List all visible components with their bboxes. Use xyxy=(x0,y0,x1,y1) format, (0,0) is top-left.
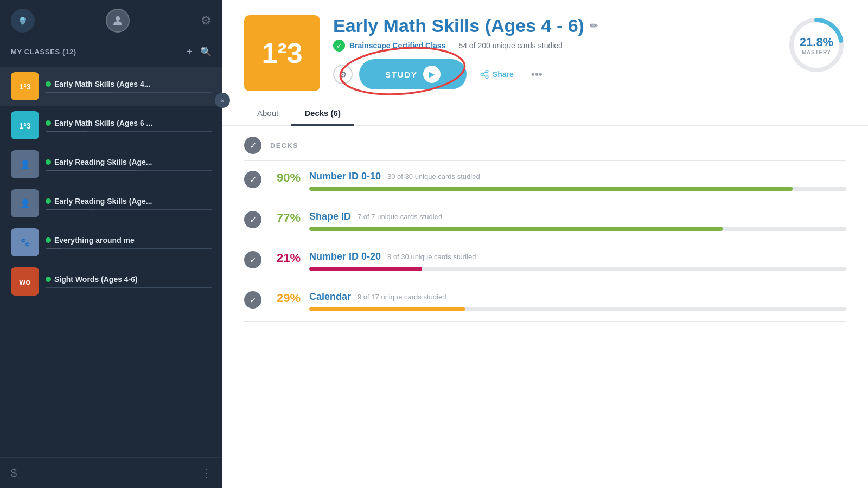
select-all-check[interactable]: ✓ xyxy=(244,137,261,154)
share-label: Share xyxy=(493,70,514,79)
deck-percent: 90% xyxy=(270,171,301,185)
online-dot xyxy=(46,237,51,243)
edit-title-icon[interactable]: ✏ xyxy=(590,20,598,32)
item-info: Sight Words (Ages 4-6) xyxy=(46,275,212,288)
mastery-percent: 21.8% xyxy=(800,35,833,49)
deck-percent: 21% xyxy=(270,251,301,265)
deck-check: ✓ xyxy=(244,171,261,188)
item-thumb: wo xyxy=(11,267,39,296)
deck-row-deck-2[interactable]: ✓ 77% Shape ID 7 of 7 unique cards studi… xyxy=(244,201,846,241)
deck-title: Number ID 0-20 xyxy=(309,251,381,262)
item-thumb-text: 1²3 xyxy=(19,121,31,130)
item-thumb-text: wo xyxy=(20,277,31,286)
item-progress-bar xyxy=(46,287,212,288)
class-settings-button[interactable]: ⚙ xyxy=(333,65,353,84)
item-label: Everything around me xyxy=(54,236,135,245)
item-thumb: 1²3 xyxy=(11,72,39,100)
item-info: Early Math Skills (Ages 6 ... xyxy=(46,119,212,132)
item-name: Sight Words (Ages 4-6) xyxy=(46,275,212,284)
item-progress-fill xyxy=(46,209,95,210)
classes-list: 1²3 Early Math Skills (Ages 4... 1²3 Ear… xyxy=(0,65,222,457)
more-options-button[interactable]: ••• xyxy=(527,64,547,85)
item-name: Early Reading Skills (Age... xyxy=(46,158,212,166)
deck-title-row: Shape ID 7 of 7 unique cards studied xyxy=(309,211,846,222)
tab-about[interactable]: About xyxy=(244,102,291,126)
deck-row-deck-1[interactable]: ✓ 90% Number ID 0-10 30 of 30 unique car… xyxy=(244,161,846,201)
item-label: Early Reading Skills (Age... xyxy=(54,197,152,206)
item-name: Everything around me xyxy=(46,236,212,245)
deck-row-deck-3[interactable]: ✓ 21% Number ID 0-20 8 of 30 unique card… xyxy=(244,241,846,281)
deck-progress-bar xyxy=(309,267,846,271)
item-progress-bar xyxy=(46,209,212,210)
deck-progress-fill xyxy=(309,307,465,311)
certified-check-icon: ✓ xyxy=(333,40,345,52)
sidebar-item-item-6[interactable]: wo Sight Words (Ages 4-6) xyxy=(0,262,222,301)
online-dot xyxy=(46,277,51,282)
item-progress-fill xyxy=(46,248,62,249)
certified-row: ✓ Brainscape Certified Class 54 of 200 u… xyxy=(333,40,774,52)
play-icon: ▶ xyxy=(429,70,436,79)
online-dot xyxy=(46,198,51,204)
item-info: Everything around me xyxy=(46,236,212,249)
deck-title-row: Calendar 9 of 17 unique cards studied xyxy=(309,291,846,303)
item-progress-bar xyxy=(46,131,212,132)
item-progress-bar xyxy=(46,170,212,171)
deck-info: Number ID 0-10 30 of 30 unique cards stu… xyxy=(309,171,846,191)
more-options-icon[interactable]: ⋮ xyxy=(201,466,212,479)
item-label: Early Math Skills (Ages 4... xyxy=(54,80,150,88)
sidebar: ⚙ MY CLASSES (12) + 🔍 « 1²3 Early Math S… xyxy=(0,0,222,488)
deck-progress-bar xyxy=(309,227,846,231)
sidebar-item-item-5[interactable]: 🐾 Everything around me xyxy=(0,223,222,262)
svg-point-6 xyxy=(486,76,488,79)
class-header: 1²3 Early Math Skills (Ages 4 - 6) ✏ ✓ B… xyxy=(222,0,868,91)
online-dot xyxy=(46,120,51,126)
deck-cards-studied: 7 of 7 unique cards studied xyxy=(358,213,442,221)
sidebar-header: ⚙ xyxy=(0,0,222,41)
item-thumb: 👤 xyxy=(11,150,39,178)
decks-list: ✓ 90% Number ID 0-10 30 of 30 unique car… xyxy=(244,161,846,322)
sidebar-item-item-4[interactable]: 👤 Early Reading Skills (Age... xyxy=(0,184,222,223)
deck-progress-fill xyxy=(309,227,723,231)
item-progress-fill xyxy=(46,92,112,93)
deck-info: Shape ID 7 of 7 unique cards studied xyxy=(309,211,846,231)
tab-decks[interactable]: Decks (6) xyxy=(291,102,354,126)
decks-header-row: ✓ DECKS xyxy=(244,126,846,161)
share-icon xyxy=(480,69,489,79)
svg-line-8 xyxy=(483,72,486,74)
settings-icon[interactable]: ⚙ xyxy=(201,14,212,28)
deck-progress-bar xyxy=(309,187,846,191)
item-info: Early Reading Skills (Age... xyxy=(46,158,212,171)
item-thumb: 👤 xyxy=(11,189,39,217)
collapse-sidebar-button[interactable]: « xyxy=(215,93,230,108)
item-info: Early Math Skills (Ages 4... xyxy=(46,80,212,93)
add-class-icon[interactable]: + xyxy=(186,46,193,58)
sidebar-item-item-3[interactable]: 👤 Early Reading Skills (Age... xyxy=(0,145,222,184)
deck-row-deck-4[interactable]: ✓ 29% Calendar 9 of 17 unique cards stud… xyxy=(244,281,846,322)
item-progress-fill xyxy=(46,170,137,171)
sidebar-item-item-2[interactable]: 1²3 Early Math Skills (Ages 6 ... xyxy=(0,106,222,145)
mastery-label: MASTERY xyxy=(800,49,833,55)
sidebar-item-item-1[interactable]: 1²3 Early Math Skills (Ages 4... xyxy=(0,67,222,106)
class-thumb-text: 1²3 xyxy=(261,39,302,67)
deck-check: ✓ xyxy=(244,251,261,268)
deck-cards-studied: 8 of 30 unique cards studied xyxy=(387,253,476,261)
deck-info: Calendar 9 of 17 unique cards studied xyxy=(309,291,846,311)
deck-progress-bar xyxy=(309,307,846,311)
item-name: Early Math Skills (Ages 4... xyxy=(46,80,212,88)
mastery-inner: 21.8% MASTERY xyxy=(800,35,833,55)
deck-title-row: Number ID 0-10 30 of 30 unique cards stu… xyxy=(309,171,846,182)
user-avatar[interactable] xyxy=(106,9,130,33)
deck-progress-fill xyxy=(309,187,793,191)
decks-header-label: DECKS xyxy=(270,142,298,150)
classes-actions: + 🔍 xyxy=(186,46,212,58)
study-button[interactable]: STUDY ▶ xyxy=(359,59,467,89)
class-actions: ⚙ STUDY ▶ xyxy=(333,59,774,89)
search-icon[interactable]: 🔍 xyxy=(200,46,212,57)
svg-point-2 xyxy=(116,16,120,21)
billing-icon[interactable]: $ xyxy=(11,467,17,479)
share-button[interactable]: Share xyxy=(473,65,520,84)
app-logo xyxy=(11,9,35,33)
class-thumbnail: 1²3 xyxy=(244,15,320,91)
main-content: 1²3 Early Math Skills (Ages 4 - 6) ✏ ✓ B… xyxy=(222,0,868,488)
item-label: Sight Words (Ages 4-6) xyxy=(54,275,138,284)
